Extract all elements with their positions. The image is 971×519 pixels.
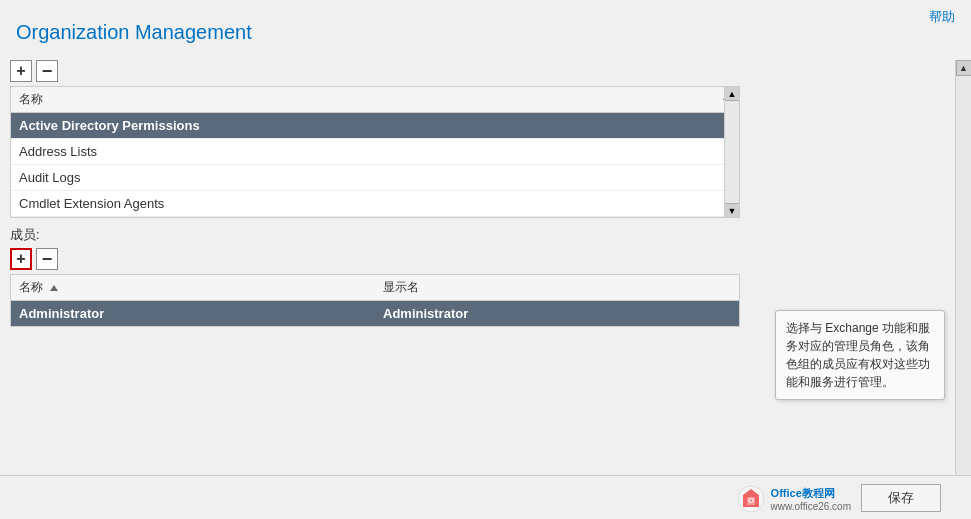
members-col-name: 名称: [11, 275, 375, 301]
help-link[interactable]: 帮助: [929, 8, 955, 26]
members-table: 名称 显示名 AdministratorAdministrator: [11, 275, 739, 326]
watermark-brand: Office教程网: [771, 486, 851, 501]
members-toolbar: + −: [10, 248, 961, 270]
table-row[interactable]: Active Directory Permissions: [11, 113, 739, 139]
members-section-label: 成员:: [10, 226, 961, 244]
roles-add-button[interactable]: +: [10, 60, 32, 82]
roles-table: 名称 ▲ Active Directory PermissionsAddress…: [11, 87, 739, 217]
main-scroll-up[interactable]: ▲: [956, 60, 972, 76]
table-row[interactable]: Address Lists: [11, 139, 739, 165]
members-table-container: 名称 显示名 AdministratorAdministrator: [10, 274, 740, 327]
table-row[interactable]: AdministratorAdministrator: [11, 301, 739, 327]
roles-remove-button[interactable]: −: [36, 60, 58, 82]
members-add-button[interactable]: +: [10, 248, 32, 270]
main-scrollbar: ▲ ▼: [955, 60, 971, 519]
save-button[interactable]: 保存: [861, 484, 941, 512]
main-container: 帮助 Organization Management + − 名称: [0, 0, 971, 519]
members-sort-arrow: [50, 285, 58, 291]
roles-scrollbar: ▲ ▼: [724, 86, 740, 218]
page-title: Organization Management: [16, 21, 252, 44]
svg-text:O: O: [747, 496, 753, 505]
roles-toolbar: + −: [10, 60, 961, 82]
table-row[interactable]: Cmdlet Extension Agents: [11, 191, 739, 217]
scroll-track: [956, 76, 971, 519]
roles-table-container: 名称 ▲ Active Directory PermissionsAddress…: [10, 86, 740, 218]
watermark-url: www.office26.com: [771, 501, 851, 512]
roles-table-wrapper: 名称 ▲ Active Directory PermissionsAddress…: [10, 86, 740, 218]
members-table-wrapper: 名称 显示名 AdministratorAdministrator: [10, 274, 740, 327]
members-remove-button[interactable]: −: [36, 248, 58, 270]
content-area: + − 名称 ▲: [10, 60, 961, 509]
office-logo-icon: O: [737, 485, 765, 513]
tooltip-box: 选择与 Exchange 功能和服务对应的管理员角色，该角色组的成员应有权对这些…: [775, 310, 945, 400]
office-watermark: O Office教程网 www.office26.com: [737, 485, 851, 513]
members-col-display-name: 显示名: [375, 275, 739, 301]
table-row[interactable]: Audit Logs: [11, 165, 739, 191]
bottom-bar: 保存 O Office教程网 www.office26.com: [0, 475, 971, 519]
roles-col-name: 名称 ▲: [11, 87, 739, 113]
roles-scroll-down[interactable]: ▼: [725, 203, 739, 217]
roles-scroll-up[interactable]: ▲: [725, 87, 739, 101]
